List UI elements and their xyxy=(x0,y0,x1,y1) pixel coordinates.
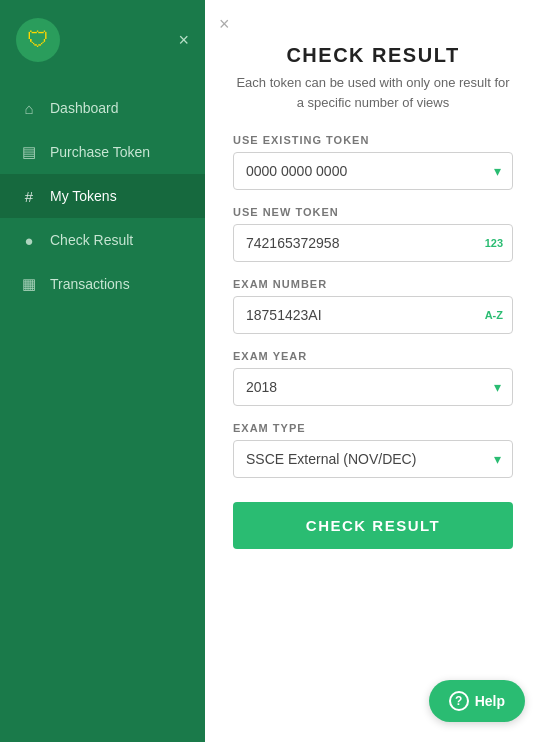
sidebar-item-label: Purchase Token xyxy=(50,144,150,160)
sidebar-item-label: Transactions xyxy=(50,276,130,292)
my-tokens-icon: # xyxy=(20,187,38,205)
new-token-label: USE NEW TOKEN xyxy=(233,206,513,218)
sidebar-item-my-tokens[interactable]: # My Tokens xyxy=(0,174,205,218)
sidebar-item-label: My Tokens xyxy=(50,188,117,204)
new-token-badge: 123 xyxy=(485,237,503,249)
help-button[interactable]: ? Help xyxy=(429,680,525,722)
exam-type-label: EXAM TYPE xyxy=(233,422,513,434)
exam-number-badge: A-Z xyxy=(485,309,503,321)
sidebar-header: 🛡 × xyxy=(0,0,205,76)
dashboard-icon: ⌂ xyxy=(20,99,38,117)
sidebar-item-label: Check Result xyxy=(50,232,133,248)
exam-year-group: EXAM YEAR 2018 ▾ xyxy=(233,350,513,406)
existing-token-select[interactable]: 0000 0000 0000 xyxy=(233,152,513,190)
exam-type-select-wrapper: SSCE External (NOV/DEC) ▾ xyxy=(233,440,513,478)
check-result-button[interactable]: CHECK RESULT xyxy=(233,502,513,549)
sidebar-item-check-result[interactable]: ● Check Result xyxy=(0,218,205,262)
exam-number-label: EXAM NUMBER xyxy=(233,278,513,290)
logo-icon: 🛡 xyxy=(27,27,49,53)
exam-type-group: EXAM TYPE SSCE External (NOV/DEC) ▾ xyxy=(233,422,513,478)
exam-number-group: EXAM NUMBER A-Z xyxy=(233,278,513,334)
sidebar-item-purchase-token[interactable]: ▤ Purchase Token xyxy=(0,130,205,174)
check-result-icon: ● xyxy=(20,231,38,249)
help-label: Help xyxy=(475,693,505,709)
help-icon: ? xyxy=(449,691,469,711)
new-token-input-wrapper: 123 xyxy=(233,224,513,262)
page-title: CHECK RESULT xyxy=(233,44,513,67)
exam-number-input-wrapper: A-Z xyxy=(233,296,513,334)
panel-close-button[interactable]: × xyxy=(219,14,230,35)
new-token-input[interactable] xyxy=(233,224,513,262)
sidebar-item-transactions[interactable]: ▦ Transactions xyxy=(0,262,205,306)
exam-number-input[interactable] xyxy=(233,296,513,334)
app-logo: 🛡 xyxy=(16,18,60,62)
transactions-icon: ▦ xyxy=(20,275,38,293)
page-subtitle: Each token can be used with only one res… xyxy=(233,73,513,112)
exam-year-select[interactable]: 2018 xyxy=(233,368,513,406)
main-panel: × CHECK RESULT Each token can be used wi… xyxy=(205,0,541,742)
exam-type-select[interactable]: SSCE External (NOV/DEC) xyxy=(233,440,513,478)
exam-year-label: EXAM YEAR xyxy=(233,350,513,362)
sidebar-navigation: ⌂ Dashboard ▤ Purchase Token # My Tokens… xyxy=(0,86,205,306)
sidebar: 🛡 × ⌂ Dashboard ▤ Purchase Token # My To… xyxy=(0,0,205,742)
sidebar-item-dashboard[interactable]: ⌂ Dashboard xyxy=(0,86,205,130)
existing-token-group: USE EXISTING TOKEN 0000 0000 0000 ▾ xyxy=(233,134,513,190)
sidebar-item-label: Dashboard xyxy=(50,100,119,116)
purchase-token-icon: ▤ xyxy=(20,143,38,161)
new-token-group: USE NEW TOKEN 123 xyxy=(233,206,513,262)
existing-token-label: USE EXISTING TOKEN xyxy=(233,134,513,146)
existing-token-select-wrapper: 0000 0000 0000 ▾ xyxy=(233,152,513,190)
exam-year-select-wrapper: 2018 ▾ xyxy=(233,368,513,406)
sidebar-close-button[interactable]: × xyxy=(178,30,189,51)
